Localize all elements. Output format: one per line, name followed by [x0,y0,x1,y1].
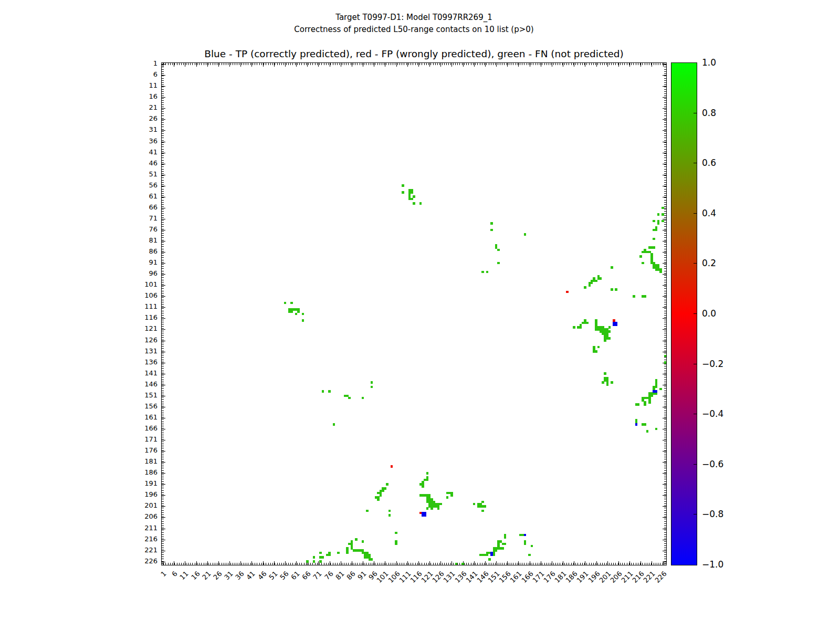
x-major-tick [185,561,185,565]
y-tick-label: 96 [127,269,158,278]
contact-point-fn [604,339,606,342]
y-major-tick [663,529,666,529]
y-tick-label: 26 [127,114,158,123]
y-major-tick [663,86,666,87]
contact-point-fn [606,383,609,386]
y-tick-label: 186 [127,468,158,477]
y-major-tick [663,551,666,551]
contact-point-fn [366,510,369,512]
y-major-tick [162,197,165,197]
y-major-tick [663,318,666,319]
contact-point-tp [635,423,638,426]
contact-point-fn [413,202,415,205]
x-major-tick [552,63,552,67]
x-major-tick [563,63,563,67]
contact-point-fn [328,554,331,556]
x-major-tick [285,561,286,565]
x-major-tick [474,561,475,565]
contact-point-fn [637,403,640,406]
x-major-tick [607,561,608,565]
x-major-tick [429,63,430,67]
contact-point-fn [595,280,597,282]
y-major-tick [162,462,165,463]
contact-point-fn [653,238,655,240]
minor-ticks-left [162,63,164,565]
y-major-tick [663,429,666,429]
colorbar-tick-label: 1.0 [702,57,733,68]
x-major-tick [341,561,341,565]
y-tick-label: 151 [127,391,158,400]
colorbar-tick [694,263,697,264]
contact-point-fn [611,288,613,291]
x-major-tick [341,63,341,67]
contact-point-fn [322,390,324,393]
contact-point-fn [584,286,586,289]
y-tick-label: 126 [127,336,158,344]
contact-point-fn [484,505,487,508]
y-major-tick [663,562,666,562]
y-major-tick [162,75,165,76]
contact-point-tp [490,554,493,556]
contact-point-fn [426,472,429,475]
y-tick-label: 86 [127,247,158,256]
contact-point-fn [644,295,646,298]
contact-point-fn [664,361,667,364]
colorbar-tick [694,163,697,163]
y-tick-label: 196 [127,490,158,499]
contact-point-fn [388,514,391,517]
contact-point-fn [495,549,498,552]
contact-point-fn [644,403,646,406]
suptitle-line1: Target T0997-D1: Model T0997RR269_1 [161,12,667,24]
minor-ticks-top [162,63,666,65]
y-major-tick [663,263,666,264]
x-major-tick [541,63,541,67]
y-major-tick [663,517,666,518]
y-tick-label: 91 [127,258,158,267]
x-major-tick [240,561,241,565]
contact-point-fn [502,547,505,550]
x-major-tick [496,63,497,67]
x-major-tick [596,561,597,565]
x-major-tick [218,561,219,565]
minor-ticks-bottom [162,563,666,565]
contact-point-fn [488,558,491,561]
contact-point-tp [655,390,658,393]
y-tick-label: 221 [127,546,158,554]
contact-point-fn [657,213,660,216]
x-major-tick [652,63,652,67]
x-major-tick [530,63,530,67]
x-major-tick [363,63,363,67]
x-major-tick [318,561,319,565]
y-tick-label: 21 [127,103,158,112]
x-major-tick [440,561,441,565]
contact-point-fn [481,271,484,274]
colorbar-tick [694,414,697,414]
y-major-tick [663,407,666,407]
x-major-tick [607,63,608,67]
x-major-tick [596,63,597,67]
contact-point-tp [424,514,426,517]
y-major-tick [162,285,165,286]
contact-point-fn [284,302,287,304]
y-major-tick [162,318,165,319]
contact-point-fn [306,560,309,563]
y-major-tick [162,440,165,440]
x-major-tick [396,63,397,67]
x-major-tick [207,63,208,67]
y-major-tick [663,385,666,385]
x-major-tick [352,561,352,565]
y-major-tick [162,473,165,474]
contact-point-fn [664,355,667,358]
y-tick-label: 76 [127,225,158,234]
y-major-tick [663,186,666,186]
y-tick-label: 146 [127,380,158,388]
contact-point-fn [602,381,604,384]
y-major-tick [663,230,666,230]
contact-point-fp [391,465,393,468]
contact-point-tp [615,324,617,327]
x-major-tick [229,561,230,565]
contact-point-fn [655,229,658,232]
y-major-tick [663,241,666,242]
x-major-tick [185,63,185,67]
x-major-tick [251,63,252,67]
